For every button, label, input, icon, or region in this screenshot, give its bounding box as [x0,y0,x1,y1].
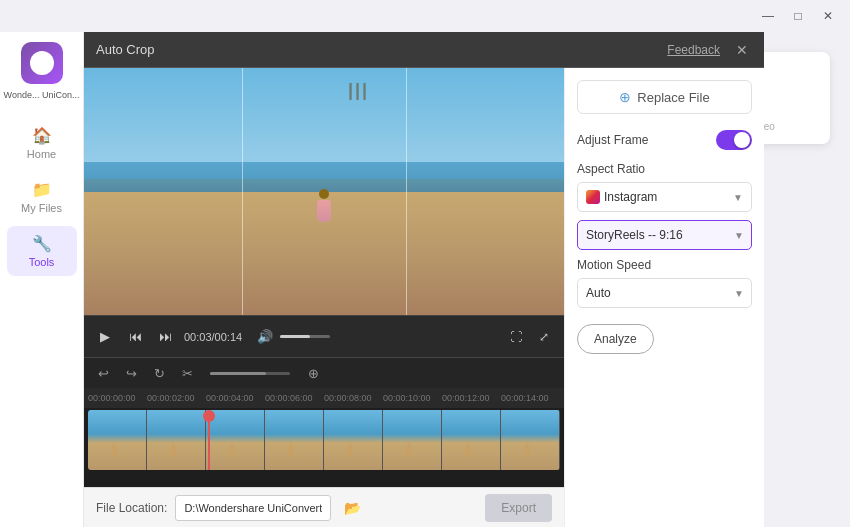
zoom-in-button[interactable]: ⊕ [302,362,324,384]
time-display: 00:03/00:14 [184,331,242,343]
aspect-ratio-value: Instagram [604,190,657,204]
adjust-frame-row: Adjust Frame [577,130,752,150]
aspect-ratio-label: Aspect Ratio [577,162,752,176]
skip-forward-button[interactable]: ⏭ [154,326,176,348]
motion-speed-wrapper: Auto ▼ [577,278,752,308]
volume-area: 🔊 [254,326,330,348]
main-content: converter to other ur files to mmer ly t… [84,32,850,527]
dialog-titlebar: Auto Crop Feedback ✕ [84,32,764,68]
adjust-frame-label: Adjust Frame [577,133,648,147]
motion-speed-label: Motion Speed [577,258,752,272]
story-reels-select[interactable]: StoryReels -- 9:16 [577,220,752,250]
home-label: Home [27,148,56,160]
zoom-fill [210,372,266,375]
video-preview: ||| [84,68,564,315]
track-thumb-0 [88,410,147,470]
minimize-button[interactable]: — [754,5,782,27]
playhead-head [203,410,215,422]
my-files-icon: 📁 [32,180,52,199]
dialog-close-button[interactable]: ✕ [732,40,752,60]
maximize-button[interactable]: □ [784,5,812,27]
person-figure [316,189,332,229]
sidebar-item-tools[interactable]: 🔧 Tools [7,226,77,276]
aspect-ratio-arrow: ▼ [733,192,743,203]
replace-file-button[interactable]: ⊕ Replace File [577,80,752,114]
sidebar-item-my-files[interactable]: 📁 My Files [7,172,77,222]
tools-icon: 🔧 [32,234,52,253]
toggle-knob [734,132,750,148]
story-reels-wrapper: StoryReels -- 9:16 ▼ [577,220,752,250]
skip-back-button[interactable]: ⏮ [124,326,146,348]
window-controls: — □ ✕ [754,5,842,27]
ruler-mark-3: 00:00:06:00 [265,393,324,403]
ruler-mark-6: 00:00:12:00 [442,393,501,403]
replace-file-label: Replace File [637,90,709,105]
play-button[interactable]: ▶ [94,326,116,348]
ruler-mark-4: 00:00:08:00 [324,393,383,403]
tools-label: Tools [29,256,55,268]
track-thumb-7 [501,410,560,470]
feedback-link[interactable]: Feedback [667,43,720,57]
zoom-slider[interactable] [210,372,290,375]
cut-button[interactable]: ✂ [176,362,198,384]
track-thumb-3 [265,410,324,470]
fullscreen-button[interactable]: ⛶ [506,327,526,347]
autocrop-dialog: Auto Crop Feedback ✕ [84,32,764,527]
crop-line-right [406,68,407,315]
timeline-area: ↩ ↪ ↻ ✂ ⊕ 00:00:00:00 00:00:02:00 [84,357,564,487]
undo-button[interactable]: ↩ [92,362,114,384]
close-window-button[interactable]: ✕ [814,5,842,27]
track-thumb-4 [324,410,383,470]
motion-speed-select[interactable]: Auto [577,278,752,308]
track-thumbnails [88,410,560,470]
logo-inner [30,51,54,75]
sidebar-item-home[interactable]: 🏠 Home [7,118,77,168]
refresh-button[interactable]: ↻ [148,362,170,384]
dialog-title: Auto Crop [96,42,667,57]
expand-button[interactable]: ⤢ [534,327,554,347]
file-location-input[interactable] [175,495,331,521]
ruler-mark-7: 00:00:14:00 [501,393,560,403]
instagram-icon [586,190,600,204]
my-files-label: My Files [21,202,62,214]
sidebar: Wonde... UniCon... 🏠 Home 📁 My Files 🔧 T… [0,32,84,527]
redo-button[interactable]: ↪ [120,362,142,384]
analyze-button[interactable]: Analyze [577,324,654,354]
crop-line-left [242,68,243,315]
person-head [319,189,329,199]
app-name: Wonde... UniCon... [4,90,80,102]
timeline-track[interactable] [88,410,560,470]
app-logo [21,42,63,84]
ruler-mark-2: 00:00:04:00 [206,393,265,403]
ruler-mark-1: 00:00:02:00 [147,393,206,403]
track-thumb-1 [147,410,206,470]
video-area: ||| ▶ ⏮ ⏭ 00:03/00:14 🔊 [84,68,564,527]
video-controls: ▶ ⏮ ⏭ 00:03/00:14 🔊 ⛶ ⤢ [84,315,564,357]
timeline-toolbar: ↩ ↪ ↻ ✂ ⊕ [84,358,564,388]
playhead[interactable] [208,410,210,470]
ruler-mark-0: 00:00:00:00 [88,393,147,403]
person-body [317,200,331,222]
volume-icon[interactable]: 🔊 [254,326,276,348]
replace-file-icon: ⊕ [619,89,631,105]
folder-browse-button[interactable]: 📂 [339,495,365,521]
file-location-label: File Location: [96,501,167,515]
home-icon: 🏠 [32,126,52,145]
volume-slider[interactable] [280,335,330,338]
export-button[interactable]: Export [485,494,552,522]
adjust-frame-toggle[interactable] [716,130,752,150]
file-location-bar: File Location: 📂 Export [84,487,564,527]
track-thumb-5 [383,410,442,470]
volume-fill [280,335,310,338]
ruler-marks: 00:00:00:00 00:00:02:00 00:00:04:00 00:0… [88,393,560,403]
ruler-mark-5: 00:00:10:00 [383,393,442,403]
track-thumb-2 [206,410,265,470]
settings-panel: ⊕ Replace File Adjust Frame Aspect Ratio… [564,68,764,527]
track-thumb-6 [442,410,501,470]
dialog-body: ||| ▶ ⏮ ⏭ 00:03/00:14 🔊 [84,68,764,527]
sky-overlay-text: ||| [348,80,369,101]
timeline-ruler: 00:00:00:00 00:00:02:00 00:00:04:00 00:0… [84,388,564,408]
aspect-ratio-dropdown[interactable]: Instagram ▼ [577,182,752,212]
title-bar: — □ ✕ [0,0,850,32]
